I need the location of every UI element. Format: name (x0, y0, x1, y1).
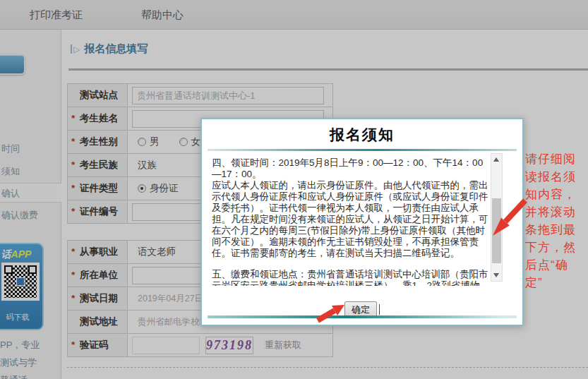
scroll-down-arrow-icon[interactable] (491, 270, 502, 281)
notice-modal: 报名须知 四、领证时间：2019年5月8日上午9：00—12：00、下午14：0… (200, 118, 524, 326)
page: 打印准考证 帮助中心 时间须知确认确认缴费 话APP 码下载 PP，专业测试与学… (0, 0, 588, 379)
modal-bottom-rule (208, 315, 517, 318)
modal-paragraph: 四、领证时间：2019年5月8日上午9：00—12：00、下午14：00—17：… (212, 157, 488, 259)
arrow-to-scrollbar-icon (488, 195, 534, 241)
scroll-up-arrow-icon[interactable] (491, 154, 502, 165)
modal-paragraph: 五、缴费和领证地点：贵州省普通话培训测试中心培训部（贵阳市云岩区安云路贵州省邮电… (212, 269, 488, 286)
modal-notice-text: 四、领证时间：2019年5月8日上午9：00—12：00、下午14：00—17：… (212, 157, 488, 286)
arrow-to-confirm-button-icon (313, 301, 350, 325)
modal-title-rule (208, 149, 517, 151)
text-caret (379, 304, 380, 315)
modal-title: 报名须知 (202, 125, 522, 145)
